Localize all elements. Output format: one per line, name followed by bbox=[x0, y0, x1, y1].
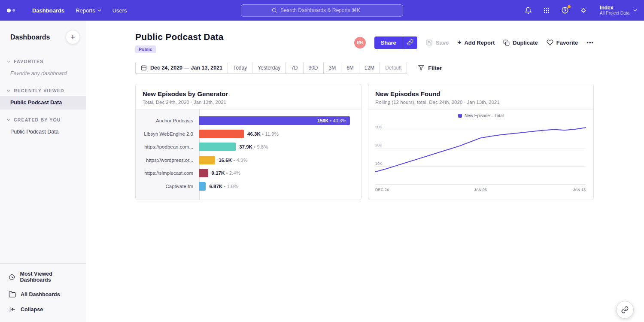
add-dashboard-button[interactable]: + bbox=[66, 30, 80, 44]
add-report-label: Add Report bbox=[464, 39, 495, 46]
date-range-label: Dec 24, 2020 — Jan 13, 2021 bbox=[150, 65, 222, 71]
bar-segment[interactable] bbox=[199, 143, 236, 151]
nav-users[interactable]: Users bbox=[112, 7, 127, 14]
calendar-icon bbox=[141, 65, 147, 71]
help-icon[interactable] bbox=[560, 6, 570, 15]
share-link-fab[interactable] bbox=[616, 301, 634, 319]
filter-button[interactable]: Filter bbox=[418, 65, 442, 71]
date-toolbar: Dec 24, 2020 — Jan 13, 2021 TodayYesterd… bbox=[135, 62, 594, 74]
bar-row: Libsyn WebEngine 2.046.3K • 11.9% bbox=[136, 128, 361, 141]
apps-grid-icon[interactable] bbox=[542, 6, 551, 15]
notifications-icon[interactable] bbox=[523, 6, 533, 15]
bar-chart-title: New Episodes by Generator bbox=[143, 90, 354, 97]
bar-rows: Anchor Podcasts156K • 40.3%Libsyn WebEng… bbox=[136, 114, 361, 193]
favorite-button[interactable]: Favorite bbox=[547, 39, 578, 46]
settings-gear-icon[interactable] bbox=[579, 6, 588, 15]
range-segments: Dec 24, 2020 — Jan 13, 2021 TodayYesterd… bbox=[135, 62, 407, 74]
header-actions: RH Share Save + Add Report Dup bbox=[354, 36, 594, 49]
nav-reports[interactable]: Reports bbox=[76, 7, 101, 14]
share-button[interactable]: Share bbox=[374, 36, 403, 49]
sidebar-item-public-podcast-data[interactable]: Public Podcast Data bbox=[0, 96, 86, 109]
all-dashboards-button[interactable]: All Dashboards bbox=[0, 287, 86, 302]
search-icon bbox=[271, 7, 277, 13]
range-3m[interactable]: 3M bbox=[324, 62, 342, 74]
line-chart: New Episode – Total 10K20K30KDEC 24JAN 0… bbox=[368, 109, 593, 197]
svg-text:10K: 10K bbox=[375, 161, 382, 166]
copy-share-link-button[interactable] bbox=[403, 36, 417, 49]
legend-label: New Episode – Total bbox=[465, 113, 504, 118]
bar-category-label: Anchor Podcasts bbox=[136, 118, 199, 123]
folder-icon bbox=[9, 291, 16, 298]
footer-item-label: All Dashboards bbox=[21, 292, 60, 298]
search-input[interactable] bbox=[280, 7, 373, 13]
footer-item-label: Most Viewed Dashboards bbox=[20, 271, 79, 283]
avatar[interactable]: RH bbox=[354, 37, 366, 49]
range-12m[interactable]: 12M bbox=[359, 62, 380, 74]
more-dots-icon: ••• bbox=[586, 39, 594, 46]
logo-dot-icon bbox=[12, 9, 15, 12]
sidebar-footer: Most Viewed Dashboards All Dashboards Co… bbox=[0, 263, 86, 322]
chevron-down-icon bbox=[633, 9, 637, 12]
bar-category-label: https://podbean.com... bbox=[136, 144, 199, 149]
filter-label: Filter bbox=[428, 65, 442, 71]
add-report-button[interactable]: + Add Report bbox=[457, 39, 495, 46]
bar-category-label: Libsyn WebEngine 2.0 bbox=[136, 131, 199, 137]
range-30d[interactable]: 30D bbox=[304, 62, 324, 74]
date-range-picker[interactable]: Dec 24, 2020 — Jan 13, 2021 bbox=[135, 62, 228, 74]
project-switcher[interactable]: Index All Project Data bbox=[600, 5, 637, 16]
sidebar-item-favorite-hint: Favorite any dashboard bbox=[0, 67, 86, 80]
created-by-you-section-header[interactable]: CREATED BY YOU bbox=[0, 115, 86, 125]
range-yesterday[interactable]: Yesterday bbox=[252, 62, 286, 74]
save-button[interactable]: Save bbox=[426, 39, 449, 46]
svg-text:DEC 24: DEC 24 bbox=[375, 188, 389, 192]
plus-icon: + bbox=[457, 39, 461, 46]
app-root: Dashboards Reports Users bbox=[0, 0, 644, 322]
collapse-sidebar-button[interactable]: Collapse bbox=[0, 302, 86, 317]
notification-badge bbox=[568, 5, 571, 8]
bar-chart-subtitle: Total, Dec 24th, 2020 - Jan 13th, 2021 bbox=[143, 100, 354, 105]
bar-category-label: Captivate.fm bbox=[136, 184, 199, 189]
nav-reports-label: Reports bbox=[76, 7, 95, 14]
footer-item-label: Collapse bbox=[21, 307, 43, 313]
bar-segment[interactable] bbox=[199, 182, 206, 191]
range-6m[interactable]: 6M bbox=[341, 62, 359, 74]
recently-viewed-section-header[interactable]: RECENTLY VIEWED bbox=[0, 85, 86, 96]
global-search[interactable] bbox=[241, 4, 403, 17]
section-label: FAVORITES bbox=[14, 59, 44, 64]
range-today[interactable]: Today bbox=[228, 62, 252, 74]
bar-chart: Anchor Podcasts156K • 40.3%Libsyn WebEng… bbox=[136, 109, 361, 200]
duplicate-button[interactable]: Duplicate bbox=[503, 39, 538, 46]
page-title: Public Podcast Data bbox=[135, 32, 224, 42]
logo-dot-icon bbox=[7, 9, 11, 12]
line-chart-title: New Episodes Found bbox=[375, 90, 586, 97]
more-options-button[interactable]: ••• bbox=[586, 39, 594, 46]
line-chart-card: New Episodes Found Rolling (12 hours), t… bbox=[368, 84, 594, 200]
sidebar-section-created-by-you: CREATED BY YOU Public Podcast Data bbox=[0, 115, 86, 139]
link-icon bbox=[621, 306, 629, 313]
bar-segment[interactable]: 156K • 40.3% bbox=[199, 116, 350, 125]
most-viewed-dashboards-button[interactable]: Most Viewed Dashboards bbox=[0, 267, 86, 287]
app-logo[interactable] bbox=[7, 9, 15, 12]
sidebar-section-recently-viewed: RECENTLY VIEWED Public Podcast Data bbox=[0, 85, 86, 109]
favorites-section-header[interactable]: FAVORITES bbox=[0, 56, 86, 67]
bar-segment[interactable] bbox=[199, 156, 215, 164]
chevron-down-icon bbox=[7, 119, 10, 121]
bar-value-label: 37.9K • 9.8% bbox=[239, 144, 268, 149]
svg-text:JAN 13: JAN 13 bbox=[573, 188, 586, 192]
sidebar-item-public-podcast-data-created[interactable]: Public Podcast Data bbox=[0, 125, 86, 139]
favorite-label: Favorite bbox=[556, 39, 578, 46]
public-badge: Public bbox=[135, 46, 156, 53]
save-icon bbox=[426, 39, 433, 46]
svg-text:20K: 20K bbox=[375, 143, 382, 147]
bar-segment[interactable] bbox=[199, 169, 208, 177]
nav-dashboards[interactable]: Dashboards bbox=[32, 7, 64, 14]
chart-legend[interactable]: New Episode – Total bbox=[374, 113, 587, 118]
chevron-down-icon bbox=[7, 90, 10, 92]
section-label: CREATED BY YOU bbox=[14, 117, 61, 122]
link-icon bbox=[407, 39, 413, 46]
bar-segment[interactable] bbox=[199, 130, 244, 138]
range-default[interactable]: Default bbox=[380, 62, 407, 74]
section-label: RECENTLY VIEWED bbox=[14, 88, 64, 93]
bar-row: https://podbean.com...37.9K • 9.8% bbox=[136, 140, 361, 154]
range-7d[interactable]: 7D bbox=[286, 62, 303, 74]
